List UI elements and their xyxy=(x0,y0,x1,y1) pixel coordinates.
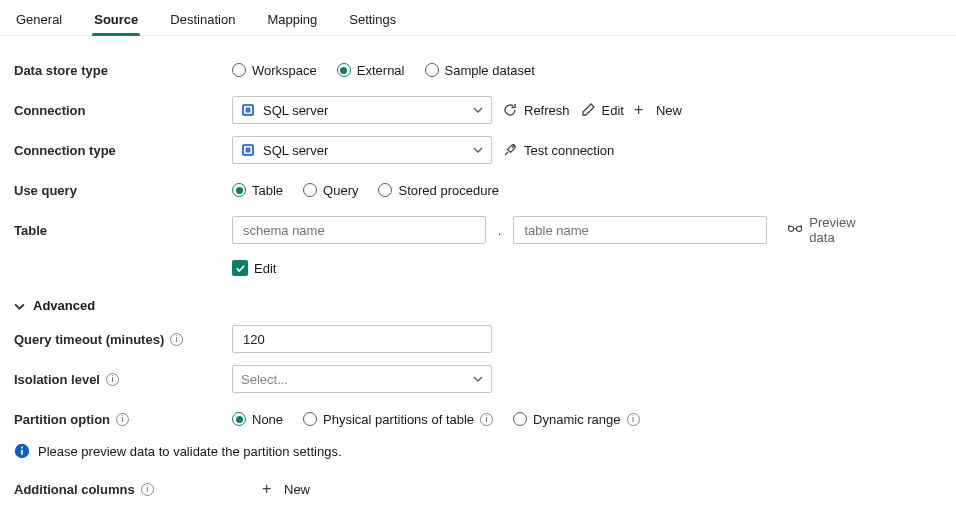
radio-sample-dataset[interactable]: Sample dataset xyxy=(425,63,535,78)
svg-point-10 xyxy=(21,447,23,449)
radio-table-label: Table xyxy=(252,183,283,198)
radio-dynamic-label: Dynamic range xyxy=(533,412,620,427)
svg-point-6 xyxy=(789,226,794,231)
tab-source[interactable]: Source xyxy=(92,8,140,35)
radio-query-label: Query xyxy=(323,183,358,198)
label-partition-text: Partition option xyxy=(14,412,110,427)
preview-data-label: Preview data xyxy=(809,215,882,245)
table-input[interactable] xyxy=(513,216,767,244)
glasses-icon xyxy=(787,222,803,238)
info-icon[interactable]: i xyxy=(627,413,640,426)
timeout-input-field[interactable] xyxy=(241,331,483,348)
edit-checkbox[interactable]: Edit xyxy=(232,260,276,276)
refresh-icon xyxy=(502,102,518,118)
tab-general[interactable]: General xyxy=(14,8,64,35)
radio-stored-procedure[interactable]: Stored procedure xyxy=(378,183,498,198)
info-icon[interactable]: i xyxy=(106,373,119,386)
schema-input[interactable] xyxy=(232,216,486,244)
radio-sproc-label: Stored procedure xyxy=(398,183,498,198)
label-connection-type: Connection type xyxy=(14,143,232,158)
chevron-down-icon xyxy=(14,301,25,312)
label-additional-columns: Additional columns i xyxy=(14,482,232,497)
label-isolation-level: Isolation level i xyxy=(14,372,232,387)
test-connection-button[interactable]: Test connection xyxy=(502,142,614,158)
label-partition-option: Partition option i xyxy=(14,412,232,427)
new-column-label: New xyxy=(284,482,310,497)
radio-none-label: None xyxy=(252,412,283,427)
partition-info-text: Please preview data to validate the part… xyxy=(38,444,342,459)
label-query-timeout-text: Query timeout (minutes) xyxy=(14,332,164,347)
preview-data-button[interactable]: Preview data xyxy=(787,215,882,245)
edit-icon xyxy=(580,102,596,118)
refresh-button[interactable]: Refresh xyxy=(502,102,570,118)
info-icon[interactable]: i xyxy=(170,333,183,346)
plus-icon: + xyxy=(262,481,278,497)
timeout-input[interactable] xyxy=(232,325,492,353)
label-use-query: Use query xyxy=(14,183,232,198)
chevron-down-icon xyxy=(473,374,483,384)
new-label: New xyxy=(656,103,682,118)
svg-rect-5 xyxy=(246,148,251,153)
radio-partition-physical[interactable]: Physical partitions of table i xyxy=(303,412,493,427)
edit-checkbox-label: Edit xyxy=(254,261,276,276)
tab-mapping[interactable]: Mapping xyxy=(265,8,319,35)
chevron-down-icon xyxy=(473,105,483,115)
table-input-field[interactable] xyxy=(522,222,758,239)
label-table: Table xyxy=(14,223,232,238)
edit-label: Edit xyxy=(602,103,624,118)
radio-partition-dynamic[interactable]: Dynamic range i xyxy=(513,412,639,427)
label-query-timeout: Query timeout (minutes) i xyxy=(14,332,232,347)
info-circle-icon xyxy=(14,443,30,459)
info-icon[interactable]: i xyxy=(116,413,129,426)
connection-value: SQL server xyxy=(263,103,328,118)
new-column-button[interactable]: + New xyxy=(262,481,310,497)
radio-partition-none[interactable]: None xyxy=(232,412,283,427)
partition-info-row: Please preview data to validate the part… xyxy=(14,443,942,459)
connection-type-select[interactable]: SQL server xyxy=(232,136,492,164)
radio-physical-label: Physical partitions of table xyxy=(323,412,474,427)
sql-server-icon xyxy=(241,103,255,117)
schema-table-dot: . xyxy=(496,223,504,238)
tabs-row: General Source Destination Mapping Setti… xyxy=(0,0,956,36)
connection-select[interactable]: SQL server xyxy=(232,96,492,124)
sql-server-icon xyxy=(241,143,255,157)
schema-input-field[interactable] xyxy=(241,222,477,239)
radio-external[interactable]: External xyxy=(337,63,405,78)
label-addcols-text: Additional columns xyxy=(14,482,135,497)
radio-external-label: External xyxy=(357,63,405,78)
edit-connection-button[interactable]: Edit xyxy=(580,102,624,118)
refresh-label: Refresh xyxy=(524,103,570,118)
label-connection: Connection xyxy=(14,103,232,118)
checkmark-icon xyxy=(232,260,248,276)
label-isolation-text: Isolation level xyxy=(14,372,100,387)
new-connection-button[interactable]: + New xyxy=(634,102,682,118)
svg-point-7 xyxy=(797,226,802,231)
radio-sample-label: Sample dataset xyxy=(445,63,535,78)
advanced-toggle[interactable]: Advanced xyxy=(14,298,942,313)
radio-workspace-label: Workspace xyxy=(252,63,317,78)
tab-settings[interactable]: Settings xyxy=(347,8,398,35)
radio-workspace[interactable]: Workspace xyxy=(232,63,317,78)
label-data-store-type: Data store type xyxy=(14,63,232,78)
info-icon[interactable]: i xyxy=(480,413,493,426)
radio-table[interactable]: Table xyxy=(232,183,283,198)
chevron-down-icon xyxy=(473,145,483,155)
test-connection-label: Test connection xyxy=(524,143,614,158)
advanced-label: Advanced xyxy=(33,298,95,313)
form-area: Data store type Workspace External Sampl… xyxy=(0,36,956,505)
isolation-select[interactable]: Select... xyxy=(232,365,492,393)
isolation-placeholder: Select... xyxy=(241,372,288,387)
svg-rect-9 xyxy=(21,450,23,455)
plus-icon: + xyxy=(634,102,650,118)
info-icon[interactable]: i xyxy=(141,483,154,496)
svg-rect-2 xyxy=(246,108,251,113)
radio-query[interactable]: Query xyxy=(303,183,358,198)
test-connection-icon xyxy=(502,142,518,158)
connection-type-value: SQL server xyxy=(263,143,328,158)
tab-destination[interactable]: Destination xyxy=(168,8,237,35)
